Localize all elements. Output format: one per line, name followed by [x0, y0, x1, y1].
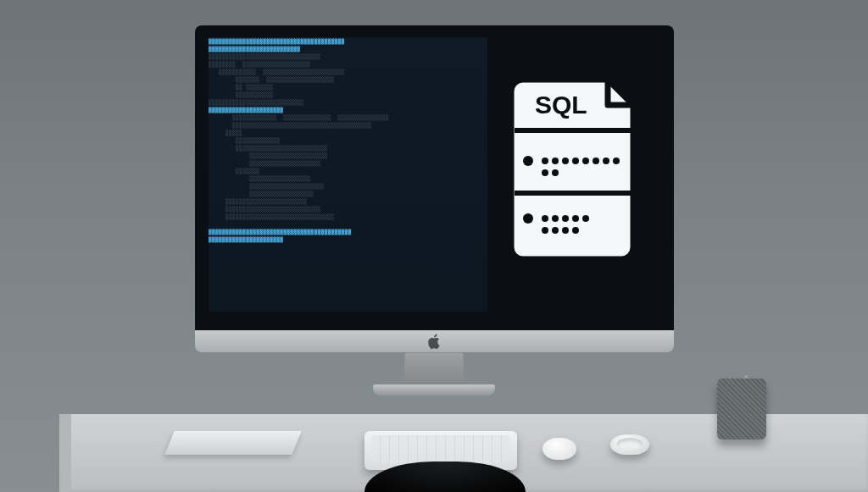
scene: ▓▓▓▓▓▓▓▓▓▓▓▓▓▓▓▓▓▓▓▓▓▓▓▓▓▓▓▓▓▓▓▓▓▓▓▓▓▓▓▓… [0, 0, 868, 492]
svg-point-22 [572, 227, 579, 234]
svg-point-4 [552, 158, 559, 164]
svg-point-9 [603, 158, 609, 164]
svg-point-10 [613, 158, 620, 164]
svg-point-15 [552, 215, 559, 222]
pencil-holder [717, 379, 766, 439]
imac-monitor: ▓▓▓▓▓▓▓▓▓▓▓▓▓▓▓▓▓▓▓▓▓▓▓▓▓▓▓▓▓▓▓▓▓▓▓▓▓▓▓▓… [195, 25, 674, 398]
monitor-chin [195, 330, 674, 352]
svg-point-12 [552, 169, 559, 176]
svg-point-11 [542, 169, 548, 176]
code-editor-placeholder: ▓▓▓▓▓▓▓▓▓▓▓▓▓▓▓▓▓▓▓▓▓▓▓▓▓▓▓▓▓▓▓▓▓▓▓▓▓▓▓▓… [209, 37, 487, 312]
svg-point-3 [542, 158, 548, 164]
papers [164, 431, 301, 455]
svg-point-8 [593, 158, 599, 164]
small-bowl [610, 434, 649, 455]
monitor-stand-foot [373, 384, 495, 396]
svg-point-7 [582, 158, 589, 164]
svg-point-2 [523, 156, 533, 166]
monitor-screen: ▓▓▓▓▓▓▓▓▓▓▓▓▓▓▓▓▓▓▓▓▓▓▓▓▓▓▓▓▓▓▓▓▓▓▓▓▓▓▓▓… [195, 25, 674, 330]
svg-point-6 [572, 158, 579, 164]
apple-logo-icon [428, 334, 442, 349]
svg-point-20 [552, 227, 559, 234]
svg-point-13 [523, 213, 533, 224]
svg-point-19 [542, 227, 548, 234]
svg-point-21 [562, 227, 569, 234]
svg-point-17 [572, 215, 579, 222]
svg-point-14 [542, 215, 548, 222]
svg-point-5 [562, 158, 569, 164]
sql-file-icon: SQL [506, 75, 650, 261]
svg-point-16 [562, 215, 569, 222]
sql-file-label: SQL [535, 91, 587, 119]
svg-point-18 [582, 215, 589, 222]
mouse [542, 438, 576, 460]
